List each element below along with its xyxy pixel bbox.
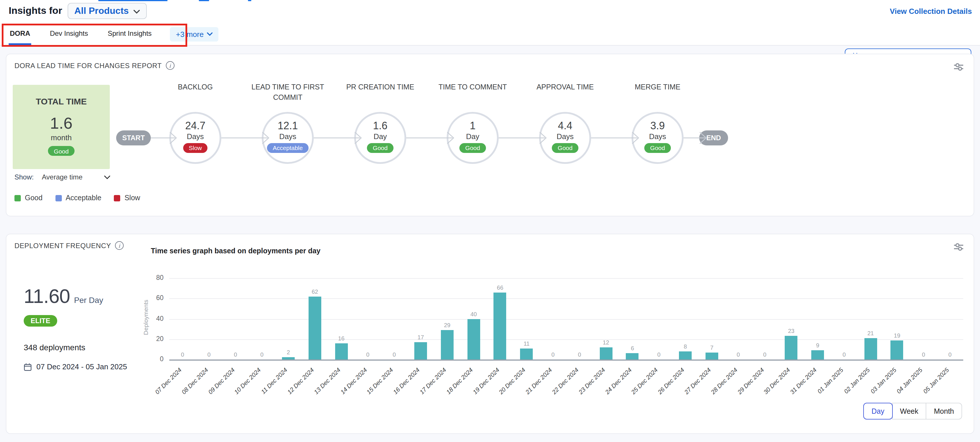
deployment-bar[interactable] <box>494 292 506 360</box>
deployment-bar[interactable] <box>467 319 480 360</box>
stage-value: 4.4 <box>558 120 572 132</box>
bar-slot: 0 <box>222 278 249 360</box>
pipeline-arrow <box>151 130 177 146</box>
deployment-bar[interactable] <box>679 352 692 360</box>
calendar-icon <box>24 363 32 371</box>
legend-label: Acceptable <box>65 194 102 202</box>
bar-value-label: 21 <box>858 330 884 336</box>
stage-unit: Days <box>187 132 204 141</box>
bar-value-label: 29 <box>434 322 461 328</box>
clipped-link-sliver <box>199 0 209 1</box>
top-header-bar: Insights for All Products View Collectio… <box>0 0 980 23</box>
bar-slot: 0 <box>646 278 672 360</box>
chevron-down-icon <box>134 6 140 16</box>
bar-slot: 2 <box>275 278 302 360</box>
more-tabs-button[interactable]: +3 more <box>170 27 219 41</box>
bar-slot: 16 <box>328 278 355 360</box>
deployment-bar[interactable] <box>785 336 798 360</box>
tab-dora[interactable]: DORA <box>9 23 32 45</box>
deployment-bar[interactable] <box>520 348 533 360</box>
total-time-label: TOTAL TIME <box>36 97 87 106</box>
legend-swatch <box>114 195 121 201</box>
stage-value: 24.7 <box>185 120 205 132</box>
bar-slot: 23 <box>778 278 805 360</box>
product-selector-dropdown[interactable]: All Products <box>67 3 146 19</box>
deployment-bar[interactable] <box>811 350 824 360</box>
bar-value-label: 19 <box>884 332 910 338</box>
bar-slot: 0 <box>196 278 223 360</box>
bar-slot: 0 <box>355 278 381 360</box>
deployment-card-title: DEPLOYMENT FREQUENCY <box>14 241 111 250</box>
pipeline-arrow <box>406 130 455 146</box>
bar-slot: 11 <box>514 278 540 360</box>
stage-name: BACKLOG <box>146 82 244 92</box>
report-tab-bar: DORADev InsightsSprint Insights+3 more 0… <box>0 23 980 46</box>
bar-value-label: 66 <box>487 284 514 290</box>
chart-settings-sliders-icon[interactable] <box>953 242 964 254</box>
stage-unit: Days <box>279 132 296 141</box>
stage-rating-badge: Acceptable <box>267 143 309 153</box>
tab-dev-insights[interactable]: Dev Insights <box>49 23 89 45</box>
legend-label: Good <box>25 194 43 202</box>
bar-slot: 62 <box>302 278 328 360</box>
rating-legend: GoodAcceptableSlow <box>14 194 140 202</box>
info-icon[interactable]: i <box>115 241 124 250</box>
deployment-bar[interactable] <box>864 338 877 360</box>
pipeline-arrow <box>314 130 362 146</box>
bar-value-label: 0 <box>169 352 196 358</box>
y-axis-tick: 20 <box>138 335 164 342</box>
stage-unit: Day <box>466 132 479 141</box>
deployment-rate-value: 11.60 <box>24 285 70 307</box>
bar-slot: 0 <box>566 278 593 360</box>
stage-value: 12.1 <box>278 120 298 132</box>
deployment-bar[interactable] <box>706 352 718 360</box>
legend-item-acceptable: Acceptable <box>55 194 102 202</box>
bar-value-label: 0 <box>566 352 593 358</box>
legend-item-slow: Slow <box>114 194 140 202</box>
bar-value-label: 0 <box>540 352 566 358</box>
bar-slot: 7 <box>698 278 725 360</box>
stage-unit: Days <box>557 132 573 141</box>
deployment-bar[interactable] <box>600 347 612 360</box>
deployment-bar[interactable] <box>441 330 453 360</box>
granularity-day-button[interactable]: Day <box>864 403 892 420</box>
bar-value-label: 16 <box>328 335 355 342</box>
deployment-bar[interactable] <box>891 340 904 360</box>
tab-sprint-insights[interactable]: Sprint Insights <box>107 23 153 45</box>
bar-value-label: 2 <box>275 349 302 356</box>
total-deployments: 348 deployments <box>24 343 85 352</box>
bar-value-label: 6 <box>619 345 646 352</box>
granularity-toggle: DayWeekMonth <box>864 403 962 420</box>
bar-value-label: 0 <box>355 352 381 358</box>
show-metric-dropdown[interactable]: Show: Average time <box>14 173 111 181</box>
deployment-rate-unit: Per Day <box>74 295 103 305</box>
bar-value-label: 0 <box>831 352 858 358</box>
bar-slot: 17 <box>407 278 434 360</box>
total-time-summary: TOTAL TIME 1.6 month Good <box>13 85 110 169</box>
bar-value-label: 0 <box>249 352 275 358</box>
stage-name: MERGE TIME <box>608 82 707 92</box>
pipeline-arrow <box>221 130 270 146</box>
legend-item-good: Good <box>14 194 43 202</box>
granularity-month-button[interactable]: Month <box>926 403 963 420</box>
stage-rating-badge: Good <box>367 143 393 153</box>
stage-rating-badge: Slow <box>183 143 208 153</box>
deployment-frequency-card: DEPLOYMENT FREQUENCY i Time series graph… <box>6 234 974 434</box>
granularity-week-button[interactable]: Week <box>892 403 926 420</box>
lead-time-pipeline: TOTAL TIME 1.6 month Good START END BACK… <box>6 54 974 216</box>
bar-value-label: 0 <box>646 352 672 358</box>
deployment-bar[interactable] <box>309 296 321 360</box>
bar-value-label: 0 <box>937 352 963 358</box>
view-collection-details-link[interactable]: View Collection Details <box>890 7 972 16</box>
y-axis-tick: 80 <box>138 274 164 281</box>
bar-slot: 0 <box>725 278 752 360</box>
bar-value-label: 8 <box>672 343 698 350</box>
deployment-bar[interactable] <box>335 343 348 360</box>
total-time-value: 1.6 <box>50 114 73 133</box>
deployment-bar[interactable] <box>282 358 295 360</box>
legend-swatch <box>14 195 21 201</box>
deployment-bar[interactable] <box>414 342 427 360</box>
bar-value-label: 7 <box>698 344 725 350</box>
deployments-bar-chart: 0000262160017294066110012608700239021190… <box>169 278 963 360</box>
deployment-bar[interactable] <box>626 353 639 360</box>
